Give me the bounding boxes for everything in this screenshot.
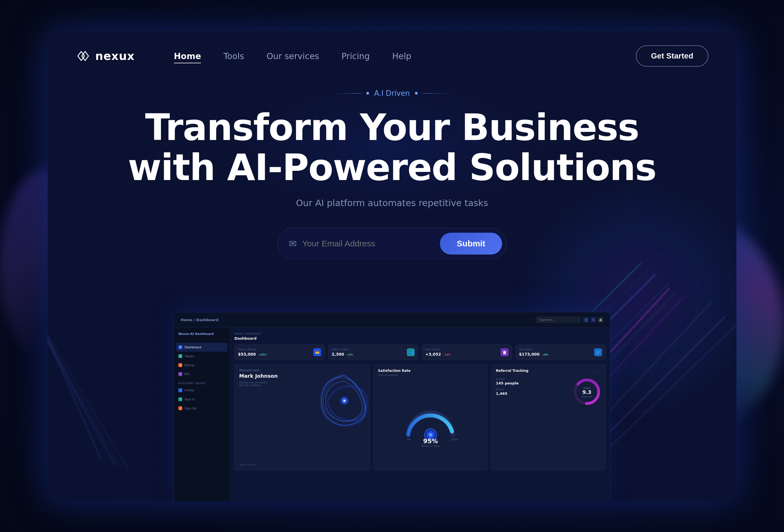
stat-info-money: Today's Money $53,000 +55% (238, 348, 267, 357)
topbar-icons: 👤 ⚙ 🔔 (583, 317, 604, 323)
user-icon[interactable]: 👤 (583, 317, 589, 323)
stat-value-users: 2,300 +5% (332, 352, 353, 357)
hero-title-line2: with AI-Powered Solutions (128, 146, 656, 189)
stat-label-users: Today's Users (332, 348, 353, 351)
main-card: nexux Home Tools Our services Pricing He… (48, 31, 736, 501)
badge-text: A.I Driven (374, 89, 410, 97)
invited-value: 145 people (496, 381, 519, 385)
tables-icon: ⊟ (178, 354, 182, 358)
logo[interactable]: nexux (76, 49, 135, 63)
referral-menu-dots[interactable]: ··· (595, 369, 601, 373)
invited-label: Invited (496, 378, 519, 381)
satisfaction-gauge: 0% 100% 95% Based on likes (378, 380, 483, 466)
stat-icon-sales: 🛒 (594, 348, 602, 356)
svg-text:0%: 0% (407, 438, 411, 441)
notifications-icon[interactable]: 🔔 (598, 317, 604, 323)
stat-change-users: +5% (347, 353, 353, 356)
email-icon: ✉ (289, 238, 297, 249)
svg-line-11 (48, 311, 115, 465)
badge-line-left (333, 93, 361, 93)
stat-value-money: $53,000 +55% (238, 352, 267, 357)
ai-badge: A.I Driven (333, 89, 450, 97)
referral-stats: Invited 145 people Bonus 1,465 (496, 378, 519, 398)
sidebar-item-signin[interactable]: → Sign In (174, 395, 230, 404)
submit-button[interactable]: Submit (440, 233, 502, 254)
dashboard-main: Home / Dashboard Dashboard Today's Money… (230, 328, 610, 501)
sidebar-signup-label: Sign Up (185, 407, 197, 410)
tap-respond-label[interactable]: Tap to record (239, 464, 256, 466)
stat-card-users: Today's Users 2,300 +5% 👥 (328, 344, 419, 360)
hero-section: A.I Driven Transform Your Business with … (48, 67, 736, 259)
nav-tools[interactable]: Tools (223, 51, 244, 61)
referral-score: Safety 9.3 Total Score (573, 378, 601, 407)
stat-info-clients: New Clients +3,052 -14% (425, 348, 450, 357)
sidebar-item-billing[interactable]: 💳 Billing (174, 361, 230, 370)
get-started-button[interactable]: Get Started (636, 45, 708, 67)
stat-card-clients: New Clients +3,052 -14% 📋 (422, 344, 512, 360)
satisfaction-percent: 95% (421, 438, 440, 445)
nav-help[interactable]: Help (392, 51, 411, 61)
badge-dot-right (415, 92, 418, 95)
signin-icon: → (178, 397, 182, 401)
hero-title: Transform Your Business with AI-Powered … (48, 108, 736, 188)
dashboard-sidebar: Nexus-AI Dashboard ⊞ Dashboard ⊟ Tables … (174, 328, 230, 501)
sidebar-item-rtl[interactable]: ↔ RTL (174, 370, 230, 379)
dashboard-body: Nexus-AI Dashboard ⊞ Dashboard ⊟ Tables … (174, 328, 610, 501)
settings-icon[interactable]: ⚙ (590, 317, 596, 323)
stat-icon-users: 👥 (407, 348, 415, 356)
stat-label-clients: New Clients (425, 348, 450, 351)
referral-header: Referral Tracking ··· (496, 369, 601, 374)
logo-text: nexux (95, 50, 135, 62)
sidebar-item-dashboard[interactable]: ⊞ Dashboard (176, 343, 227, 352)
svg-point-21 (429, 433, 432, 437)
sidebar-item-signup[interactable]: + Sign Up (174, 404, 230, 413)
sidebar-logo: Nexus-AI Dashboard (174, 332, 230, 340)
stat-value-clients: +3,052 -14% (425, 352, 450, 357)
nav-pricing[interactable]: Pricing (342, 51, 370, 61)
stat-info-sales: Total Sales $173,000 +8% (519, 348, 549, 357)
sidebar-item-profile[interactable]: 👤 Profile (174, 386, 230, 395)
stat-info-users: Today's Users 2,300 +5% (332, 348, 353, 357)
dashboard-bottom-row: Welcome back, Mark Johnson Glad to see y… (234, 364, 606, 470)
stat-label-money: Today's Money (238, 348, 267, 351)
sidebar-item-tables[interactable]: ⊟ Tables (174, 352, 230, 361)
nav-home[interactable]: Home (174, 51, 201, 61)
badge-dot-left (366, 92, 369, 95)
bonus-value: 1,465 (496, 391, 519, 396)
nav-links: Home Tools Our services Pricing Help (174, 51, 636, 61)
left-light-lines (48, 283, 171, 479)
topbar-right: 👤 ⚙ 🔔 (536, 317, 604, 323)
svg-point-18 (343, 400, 345, 401)
dashboard-topbar: Home / Dashboard 👤 ⚙ 🔔 (174, 312, 610, 328)
sidebar-billing-label: Billing (185, 363, 194, 367)
billing-icon: 💳 (178, 363, 182, 367)
referral-card: Referral Tracking ··· Invited 145 people (491, 364, 606, 470)
main-breadcrumb: Home / Dashboard (234, 332, 606, 335)
badge-line-right (423, 93, 451, 93)
satisfaction-subtitle: from all projects (378, 374, 483, 376)
svg-text:100%: 100% (451, 438, 458, 441)
nav-services[interactable]: Our services (267, 51, 319, 61)
svg-line-12 (48, 316, 129, 470)
rtl-icon: ↔ (178, 372, 182, 376)
referral-bonus: Bonus 1,465 (496, 388, 519, 396)
stats-row: Today's Money $53,000 +55% 💳 Today's Use… (234, 344, 606, 360)
dashboard-preview: Home / Dashboard 👤 ⚙ 🔔 Nexus-AI Dashboar… (174, 312, 610, 501)
sidebar-signin-label: Sign In (185, 398, 195, 401)
satisfaction-title: Satisfaction Rate (378, 369, 483, 373)
email-form: ✉ Submit (277, 228, 507, 259)
email-input[interactable] (302, 239, 435, 248)
stat-change-money: +55% (258, 353, 267, 356)
svg-line-13 (48, 305, 109, 462)
outer-background: nexux Home Tools Our services Pricing He… (0, 0, 784, 532)
stat-value-sales: $173,000 +8% (519, 352, 549, 357)
welcome-card: Welcome back, Mark Johnson Glad to see y… (234, 364, 370, 470)
stat-card-sales: Total Sales $173,000 +8% 🛒 (515, 344, 606, 360)
sidebar-dashboard-label: Dashboard (185, 345, 201, 349)
svg-text:9.3: 9.3 (582, 389, 591, 395)
dashboard-search[interactable] (536, 317, 581, 323)
navbar: nexux Home Tools Our services Pricing He… (48, 31, 736, 67)
stat-change-clients: -14% (444, 353, 450, 356)
main-page-title: Dashboard (234, 336, 606, 340)
stat-label-sales: Total Sales (519, 348, 549, 351)
